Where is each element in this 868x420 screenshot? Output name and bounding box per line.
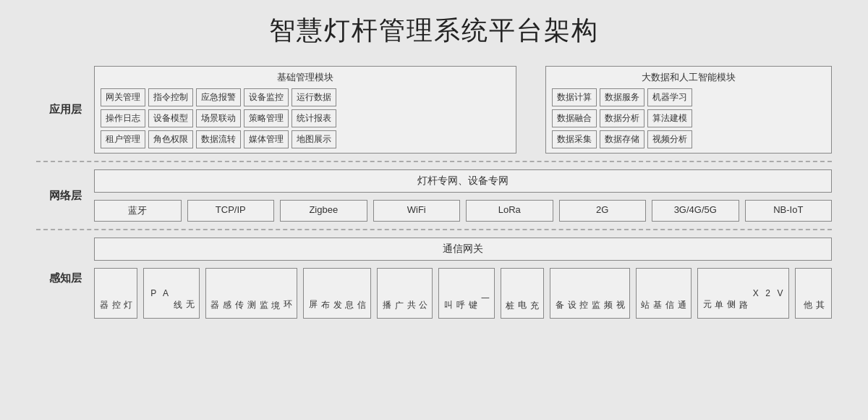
perception-wifi-ap: 无线AP	[143, 268, 199, 319]
module-log: 操作日志	[101, 109, 145, 127]
module-data-collect: 数据采集	[552, 130, 597, 148]
module-media: 媒体管理	[244, 130, 289, 148]
net-tcpip: TCP/IP	[187, 200, 275, 222]
module-policy: 策略管理	[244, 109, 289, 127]
base-module-title: 基础管理模块	[101, 71, 510, 84]
perception-gateway: 通信网关	[94, 238, 832, 261]
base-module-row-1: 操作日志 设备模型 场景联动 策略管理 统计报表	[101, 109, 510, 127]
module-tenant: 租户管理	[101, 130, 145, 148]
network-layer-content: 灯杆专网、设备专网 蓝牙 TCP/IP Zigbee WiFi LoRa 2G …	[94, 169, 832, 222]
module-gateway: 网关管理	[101, 88, 145, 106]
net-lora: LoRa	[466, 200, 553, 222]
page-title: 智慧灯杆管理系统平台架构	[269, 13, 599, 49]
network-items: 蓝牙 TCP/IP Zigbee WiFi LoRa 2G 3G/4G/5G N…	[94, 200, 832, 222]
app-layer-content: 基础管理模块 网关管理 指令控制 应急报警 设备监控 运行数据 操作日志 设备模…	[94, 66, 832, 154]
module-device-model: 设备模型	[148, 109, 193, 127]
ai-module-row-1: 数据融合 数据分析 算法建模	[552, 109, 825, 127]
perception-broadcast: 公共广播	[377, 268, 433, 319]
module-video-analysis: 视频分析	[647, 130, 692, 148]
perception-call: 一键呼叫	[438, 268, 494, 319]
module-data-storage: 数据存储	[600, 130, 644, 148]
ai-module-row-2: 数据采集 数据存储 视频分析	[552, 130, 825, 148]
app-module-groups: 基础管理模块 网关管理 指令控制 应急报警 设备监控 运行数据 操作日志 设备模…	[94, 66, 832, 154]
module-device-monitor: 设备监控	[244, 88, 289, 106]
network-main: 灯杆专网、设备专网	[94, 169, 832, 193]
module-data-analysis: 数据分析	[600, 109, 644, 127]
module-data-service: 数据服务	[600, 88, 644, 106]
module-data-calc: 数据计算	[552, 88, 597, 106]
net-bluetooth: 蓝牙	[94, 200, 182, 222]
base-module-group: 基础管理模块 网关管理 指令控制 应急报警 设备监控 运行数据 操作日志 设备模…	[94, 66, 516, 154]
perception-layer-label: 感知层	[36, 238, 94, 319]
module-stats: 统计报表	[292, 109, 336, 127]
net-2g: 2G	[559, 200, 647, 222]
network-layer-label: 网络层	[36, 169, 94, 222]
spacer	[524, 66, 538, 154]
perception-other: 其他	[795, 268, 832, 319]
network-layer: 网络层 灯杆专网、设备专网 蓝牙 TCP/IP Zigbee WiFi LoRa…	[36, 162, 832, 230]
net-zigbee: Zigbee	[280, 200, 367, 222]
perception-info-screen: 信息发布屏	[303, 268, 371, 319]
ai-module-title: 大数据和人工智能模块	[552, 71, 825, 84]
perception-v2x: V2X路侧单元	[697, 268, 790, 319]
module-data-fusion: 数据融合	[552, 109, 597, 127]
app-layer: 应用层 基础管理模块 网关管理 指令控制 应急报警 设备监控 运行数据 操作日志…	[36, 59, 832, 162]
module-data-flow: 数据流转	[196, 130, 241, 148]
perception-env-sensor: 环境监测传感器	[205, 268, 298, 319]
net-nbiot: NB-IoT	[745, 200, 833, 222]
module-run-data: 运行数据	[292, 88, 336, 106]
module-role: 角色权限	[148, 130, 193, 148]
module-scene: 场景联动	[196, 109, 241, 127]
perception-lamp: 灯控器	[94, 268, 137, 319]
perception-base-station: 通信基站	[636, 268, 692, 319]
base-module-row-2: 租户管理 角色权限 数据流转 媒体管理 地图展示	[101, 130, 510, 148]
app-layer-label: 应用层	[36, 66, 94, 154]
net-345g: 3G/4G/5G	[652, 200, 739, 222]
architecture-diagram: 应用层 基础管理模块 网关管理 指令控制 应急报警 设备监控 运行数据 操作日志…	[36, 59, 832, 326]
perception-charger: 充电桩	[501, 268, 544, 319]
module-cmd: 指令控制	[148, 88, 193, 106]
perception-items: 灯控器 无线AP 环境监测传感器 信息发布屏 公共广播 一键呼叫 充电桩 视频监…	[94, 268, 832, 319]
perception-layer-content: 通信网关 灯控器 无线AP 环境监测传感器 信息发布屏 公共广播 一键呼叫 充电…	[94, 238, 832, 319]
perception-layer: 感知层 通信网关 灯控器 无线AP 环境监测传感器 信息发布屏 公共广播 一键呼…	[36, 230, 832, 326]
module-ml: 机器学习	[647, 88, 692, 106]
module-algo: 算法建模	[647, 109, 692, 127]
module-alarm: 应急报警	[196, 88, 241, 106]
module-map: 地图展示	[292, 130, 336, 148]
net-wifi: WiFi	[373, 200, 461, 222]
base-module-row-0: 网关管理 指令控制 应急报警 设备监控 运行数据	[101, 88, 510, 106]
ai-module-row-0: 数据计算 数据服务 机器学习	[552, 88, 825, 106]
ai-module-group: 大数据和人工智能模块 数据计算 数据服务 机器学习 数据融合 数据分析 算法建模…	[545, 66, 832, 154]
perception-camera: 视频监控设备	[550, 268, 630, 319]
